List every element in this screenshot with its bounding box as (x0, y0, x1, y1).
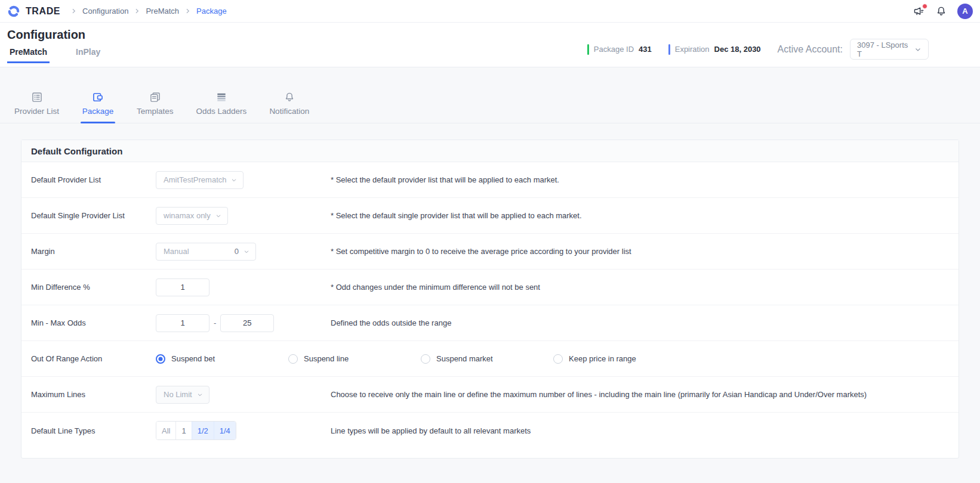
row-min-difference: Min Difference % 1 * Odd changes under t… (21, 270, 959, 305)
segment-1[interactable]: 1 (175, 422, 191, 439)
package-id-label: Package ID (594, 45, 634, 54)
section-tabs: Provider List Package Templates (0, 91, 980, 123)
field-label: Default Line Types (31, 426, 156, 435)
notifications-button[interactable] (935, 5, 947, 17)
row-default-line-types: Default Line Types All 1 1/2 1/4 Line ty… (21, 413, 959, 448)
active-account-value: 3097 - LSports T (857, 41, 914, 58)
templates-icon (149, 91, 161, 103)
expiration-value: Dec 18, 2030 (714, 45, 761, 54)
chevron-right-icon (184, 8, 191, 14)
section-tab-label: Notification (269, 107, 309, 116)
min-odds-input[interactable]: 1 (156, 314, 209, 332)
segment-1-4[interactable]: 1/4 (214, 422, 236, 439)
out-of-range-action-group: Suspend bet Suspend line Suspend market … (156, 354, 686, 364)
field-label: Min - Max Odds (31, 318, 156, 327)
section-tab-label: Odds Ladders (196, 107, 247, 116)
tab-prematch[interactable]: PreMatch (7, 47, 50, 63)
segment-all[interactable]: All (156, 422, 175, 439)
field-description: * Set competitive margin to 0 to receive… (331, 247, 643, 256)
row-min-max-odds: Min - Max Odds 1 - 25 Defined the odds o… (21, 305, 959, 341)
package-id-value: 431 (639, 45, 652, 54)
min-difference-input[interactable]: 1 (156, 278, 209, 296)
expiration-bar (668, 44, 670, 55)
chevron-right-icon (134, 8, 140, 14)
content-area: Provider List Package Templates (0, 67, 980, 459)
active-account-select[interactable]: 3097 - LSports T (850, 39, 929, 60)
tab-notification[interactable]: Notification (268, 91, 310, 123)
provider-list-icon (31, 91, 43, 103)
breadcrumb-item-prematch[interactable]: PreMatch (146, 7, 179, 16)
bell-icon (935, 5, 947, 17)
radio-suspend-line[interactable]: Suspend line (288, 354, 421, 364)
package-id-meta: Package ID 431 (587, 44, 652, 55)
radio-label: Suspend bet (171, 354, 215, 363)
field-description: * Odd changes under the minimum differen… (331, 283, 552, 292)
section-tab-label: Templates (137, 107, 174, 116)
panel-title: Default Configuration (21, 140, 959, 162)
top-bar: TRADE Configuration PreMatch Package (0, 0, 980, 23)
maximum-lines-select[interactable]: No Limit (156, 386, 209, 404)
line-types-segmented-control: All 1 1/2 1/4 (156, 421, 236, 440)
select-value: No Limit (164, 390, 192, 399)
field-label: Default Provider List (31, 175, 156, 184)
field-label: Maximum Lines (31, 390, 156, 399)
default-single-provider-list-select[interactable]: winamax only (156, 207, 228, 225)
announcements-button[interactable] (913, 5, 925, 17)
radio-suspend-market[interactable]: Suspend market (421, 354, 553, 364)
page-header: Configuration PreMatch InPlay Package ID… (0, 23, 980, 67)
field-description: Defined the odds outside the range (331, 318, 463, 327)
breadcrumb: Configuration PreMatch Package (70, 7, 227, 16)
tab-inplay[interactable]: InPlay (73, 47, 103, 63)
row-margin: Margin Manual 0 * Set competitive margin… (21, 234, 959, 270)
row-default-single-provider-list: Default Single Provider List winamax onl… (21, 198, 959, 234)
margin-select[interactable]: Manual 0 (156, 243, 256, 261)
tab-odds-ladders[interactable]: Odds Ladders (195, 91, 248, 123)
chevron-down-icon (914, 46, 922, 53)
radio-keep-price-in-range[interactable]: Keep price in range (553, 354, 686, 364)
breadcrumb-item-configuration[interactable]: Configuration (82, 7, 128, 16)
field-description: Choose to receive only the main line or … (331, 390, 879, 399)
range-separator: - (214, 318, 216, 327)
row-out-of-range-action: Out Of Range Action Suspend bet Suspend … (21, 341, 959, 377)
odds-ladders-icon (215, 91, 227, 103)
tab-package[interactable]: Package (81, 91, 115, 123)
field-label: Default Single Provider List (31, 211, 156, 220)
notification-badge (922, 4, 927, 9)
row-maximum-lines: Maximum Lines No Limit Choose to receive… (21, 377, 959, 413)
select-value: AmitTestPrematch (164, 175, 226, 184)
field-description: * Select the default single provider lis… (331, 211, 594, 220)
default-provider-list-select[interactable]: AmitTestPrematch (156, 171, 244, 189)
select-value: winamax only (164, 211, 211, 220)
radio-suspend-bet[interactable]: Suspend bet (156, 354, 288, 364)
expiration-meta: Expiration Dec 18, 2030 (668, 44, 761, 55)
brand-name: TRADE (26, 6, 60, 17)
chevron-down-icon (231, 177, 237, 183)
bell-icon (283, 91, 295, 103)
section-tab-label: Provider List (14, 107, 59, 116)
breadcrumb-item-package[interactable]: Package (196, 7, 227, 16)
chevron-right-icon (70, 8, 77, 14)
field-description: Line types will be applied by default to… (331, 426, 543, 435)
segment-1-2[interactable]: 1/2 (192, 422, 214, 439)
field-description: * Select the default provider list that … (331, 175, 571, 184)
package-id-bar (587, 44, 589, 55)
radio-label: Suspend line (304, 354, 349, 363)
row-default-provider-list: Default Provider List AmitTestPrematch *… (21, 162, 959, 198)
max-odds-input[interactable]: 25 (220, 314, 274, 332)
radio-icon (288, 354, 298, 364)
brand-logo-icon[interactable] (7, 5, 20, 18)
field-label: Out Of Range Action (31, 354, 156, 363)
header-meta: Package ID 431 Expiration Dec 18, 2030 A… (587, 39, 929, 60)
radio-label: Suspend market (436, 354, 493, 363)
chevron-down-icon (197, 392, 203, 398)
package-icon (92, 91, 104, 103)
user-avatar[interactable]: A (957, 4, 973, 19)
section-tab-label: Package (82, 107, 114, 116)
tab-provider-list[interactable]: Provider List (13, 91, 60, 123)
expiration-label: Expiration (675, 45, 710, 54)
field-label: Min Difference % (31, 283, 156, 292)
default-configuration-panel: Default Configuration Default Provider L… (21, 140, 959, 459)
radio-label: Keep price in range (569, 354, 636, 363)
active-account: Active Account: 3097 - LSports T (778, 39, 929, 60)
tab-templates[interactable]: Templates (135, 91, 175, 123)
